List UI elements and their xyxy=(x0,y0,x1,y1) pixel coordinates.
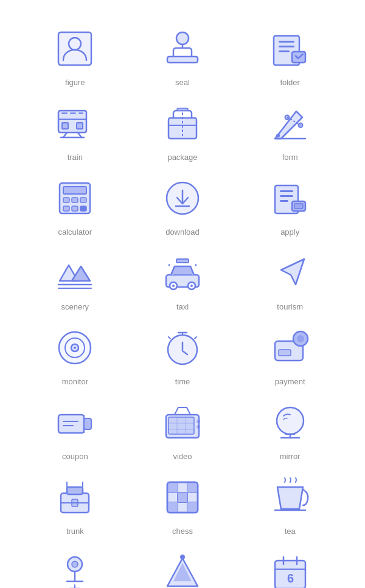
svg-rect-94 xyxy=(178,493,187,502)
time-label: time xyxy=(175,377,190,386)
mirror-icon xyxy=(266,398,315,447)
svg-point-59 xyxy=(297,335,304,342)
svg-rect-11 xyxy=(62,123,68,129)
svg-rect-63 xyxy=(84,418,91,429)
svg-rect-5 xyxy=(279,41,294,43)
icon-item-time: time xyxy=(132,323,234,386)
svg-rect-95 xyxy=(167,502,178,513)
svg-rect-35 xyxy=(280,200,288,202)
svg-point-47 xyxy=(190,285,193,287)
mirror-label: mirror xyxy=(280,452,301,461)
tourism-label: tourism xyxy=(277,302,303,311)
video-label: video xyxy=(173,452,192,461)
svg-rect-43 xyxy=(195,264,196,266)
party-icon xyxy=(158,548,207,588)
icon-grid: figure seal folder xyxy=(0,0,365,588)
svg-rect-96 xyxy=(187,502,198,513)
icon-item-form: form xyxy=(239,99,341,162)
svg-point-78 xyxy=(277,407,304,434)
time-icon xyxy=(158,323,207,372)
download-icon xyxy=(158,174,207,223)
monitor-label: monitor xyxy=(62,377,88,386)
svg-point-77 xyxy=(196,425,200,429)
svg-point-54 xyxy=(74,347,76,349)
train-label: train xyxy=(68,153,83,162)
scenery-icon xyxy=(50,249,99,297)
icon-item-train: train xyxy=(24,99,126,162)
svg-text:6: 6 xyxy=(287,572,294,585)
svg-rect-25 xyxy=(72,198,78,202)
icon-item-folder: folder xyxy=(239,24,341,87)
icon-item-tea: tea xyxy=(239,473,341,536)
svg-line-67 xyxy=(187,407,190,415)
icon-item-download: download xyxy=(132,174,234,237)
svg-rect-12 xyxy=(77,123,83,129)
icon-item-monitor: monitor xyxy=(24,323,126,386)
icon-item-tourism: tourism xyxy=(239,249,341,311)
icon-item-chess: chess xyxy=(132,473,234,536)
calculator-label: calculator xyxy=(58,227,92,237)
video-icon xyxy=(158,398,207,447)
svg-rect-61 xyxy=(58,415,84,433)
tourism-icon xyxy=(266,249,315,297)
scenery-label: scenery xyxy=(61,302,89,311)
svg-rect-33 xyxy=(280,190,293,192)
svg-rect-7 xyxy=(279,50,290,52)
svg-rect-34 xyxy=(280,195,293,197)
svg-rect-27 xyxy=(63,206,69,211)
svg-rect-6 xyxy=(279,46,294,47)
svg-rect-93 xyxy=(187,482,198,493)
download-label: download xyxy=(165,227,200,237)
icon-item-figure: figure xyxy=(24,24,126,87)
svg-point-2 xyxy=(176,32,189,44)
icon-item-taxi: taxi xyxy=(132,249,234,311)
apply-icon xyxy=(266,174,315,223)
figure-label: figure xyxy=(65,78,85,87)
coupon-icon xyxy=(50,398,99,447)
svg-rect-26 xyxy=(80,198,86,202)
trunk-label: trunk xyxy=(66,527,84,536)
icon-item-coupon: coupon xyxy=(24,398,126,461)
form-label: form xyxy=(282,153,298,162)
icon-item-trunk: trunk xyxy=(24,473,126,536)
folder-label: folder xyxy=(280,78,300,87)
chess-label: chess xyxy=(172,527,193,536)
svg-rect-84 xyxy=(72,499,78,507)
trunk-icon xyxy=(50,473,99,522)
svg-rect-60 xyxy=(279,350,291,356)
seal-icon xyxy=(158,24,207,73)
folder-icon xyxy=(266,24,315,73)
form-icon xyxy=(266,99,315,148)
payment-icon xyxy=(266,323,315,372)
tea-label: tea xyxy=(285,527,296,536)
svg-rect-41 xyxy=(176,259,189,263)
coupon-label: coupon xyxy=(62,452,88,461)
chess-icon xyxy=(158,473,207,522)
svg-rect-42 xyxy=(169,264,170,266)
svg-rect-92 xyxy=(167,482,178,493)
icon-item-calculator: calculator xyxy=(24,174,126,237)
icon-item-scenery: scenery xyxy=(24,249,126,311)
apply-label: apply xyxy=(280,227,299,237)
svg-rect-17 xyxy=(177,108,188,111)
taxi-label: taxi xyxy=(176,302,189,311)
package-icon xyxy=(158,99,207,148)
taxi-icon xyxy=(158,249,207,297)
icon-item-apply: apply xyxy=(239,174,341,237)
svg-point-76 xyxy=(196,420,200,423)
svg-rect-70 xyxy=(169,417,194,434)
icon-item-mirror: mirror xyxy=(239,398,341,461)
package-label: package xyxy=(167,153,197,162)
tea-icon xyxy=(266,473,315,522)
svg-line-66 xyxy=(175,407,178,415)
icon-item-party: party xyxy=(132,548,234,588)
payment-label: payment xyxy=(275,377,305,386)
monitor-icon xyxy=(50,323,99,372)
svg-rect-28 xyxy=(72,206,78,211)
svg-point-19 xyxy=(276,134,280,137)
svg-point-100 xyxy=(72,561,78,567)
train-icon xyxy=(50,99,99,148)
microphone-icon xyxy=(50,548,99,588)
figure-icon xyxy=(50,24,99,73)
icon-item-seal: seal xyxy=(132,24,234,87)
